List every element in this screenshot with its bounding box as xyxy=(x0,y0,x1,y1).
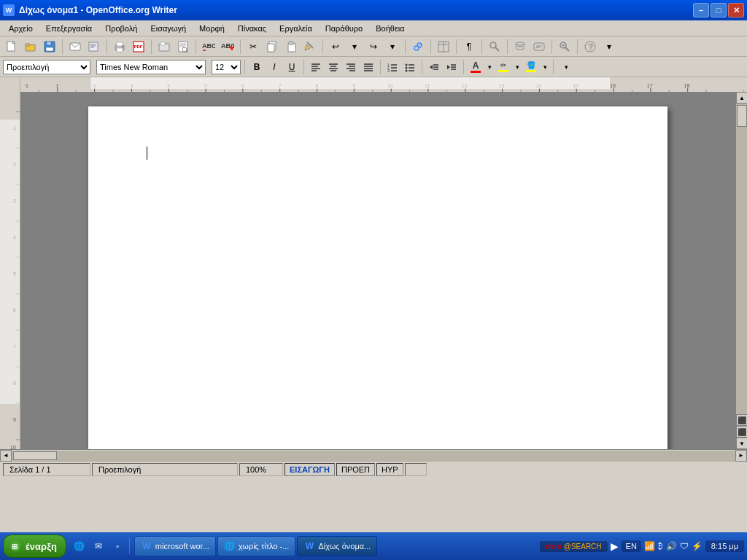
menu-help[interactable]: Βοήθεια xyxy=(370,23,410,34)
new-button[interactable] xyxy=(3,39,20,55)
print-button[interactable] xyxy=(111,39,128,55)
spell-button[interactable]: ABC xyxy=(200,39,217,55)
bluetooth-tray-icon[interactable]: ₿ xyxy=(658,541,663,551)
scroll-page-up-btn[interactable]: ⬛ xyxy=(736,414,747,426)
menu-file[interactable]: Αρχείο xyxy=(3,23,39,34)
document-area[interactable] xyxy=(20,92,735,449)
menu-insert[interactable]: Εισαγωγή xyxy=(144,23,192,34)
font-color-dropdown[interactable]: ▾ xyxy=(485,59,494,75)
copy-button[interactable] xyxy=(263,39,281,55)
start-button[interactable]: ⊞ έναρξη xyxy=(3,534,66,558)
help-button[interactable]: ? xyxy=(581,39,599,55)
status-proep-mode[interactable]: ΠΡΟΕΠ xyxy=(336,463,375,476)
separator-4 xyxy=(196,39,196,54)
taskbar-app-browser[interactable]: 🌐 χωρίς τίτλο -... xyxy=(217,536,296,556)
bg-color-dropdown[interactable]: ▾ xyxy=(541,59,549,75)
window-controls[interactable]: – □ ✕ xyxy=(693,3,744,18)
page-content[interactable] xyxy=(88,106,667,449)
hscroll-thumb[interactable] xyxy=(13,451,57,460)
power-tray-icon[interactable]: ⚡ xyxy=(692,541,703,551)
zoom-button[interactable] xyxy=(556,39,573,55)
font-color-button[interactable]: A xyxy=(468,59,484,75)
fmt-sep-1 xyxy=(244,60,245,74)
arrow-tray-icon[interactable]: ▶ xyxy=(611,540,619,552)
undo-dropdown[interactable]: ▾ xyxy=(346,39,363,55)
hyperlink-button[interactable] xyxy=(409,39,427,55)
formfields-button[interactable] xyxy=(530,39,548,55)
datasources-button[interactable] xyxy=(511,39,529,55)
cut-button[interactable]: ✂ xyxy=(244,39,262,55)
redo-button[interactable]: ↪ xyxy=(365,39,382,55)
highlight-dropdown[interactable]: ▾ xyxy=(513,59,522,75)
pdf-button[interactable]: PDF xyxy=(130,39,147,55)
status-insert-mode[interactable]: ΕΙΣΑΓΩΓΗ xyxy=(285,463,335,476)
style-select[interactable]: Προεπιλογή xyxy=(3,60,90,74)
svg-rect-14 xyxy=(117,42,123,46)
decrease-indent-button[interactable] xyxy=(426,59,442,75)
size-select[interactable]: 12 xyxy=(212,60,241,74)
bold-button[interactable]: B xyxy=(249,59,265,75)
undo-button[interactable]: ↩ xyxy=(327,39,344,55)
taskbar-app-writer[interactable]: W Δίχως όνομα... xyxy=(297,536,377,556)
align-right-button[interactable] xyxy=(343,59,359,75)
toolbar2-options[interactable]: ▾ xyxy=(557,59,575,75)
highlight-button[interactable]: ✏ xyxy=(495,59,511,75)
ordered-list-button[interactable]: 1.2.3. xyxy=(384,59,400,75)
toolbar-options[interactable]: ▾ xyxy=(600,39,618,55)
bg-color-button[interactable]: 🪣 xyxy=(523,59,539,75)
scroll-thumb[interactable] xyxy=(737,105,747,127)
find-button[interactable] xyxy=(486,39,503,55)
fax-button[interactable] xyxy=(155,39,173,55)
underline-button[interactable]: U xyxy=(284,59,300,75)
status-hyp-mode[interactable]: HYP xyxy=(376,463,403,476)
menu-edit[interactable]: Επεξεργασία xyxy=(40,23,98,34)
minimize-button[interactable]: – xyxy=(693,3,709,18)
quick-outlook[interactable]: ✉ xyxy=(90,538,107,554)
menu-window[interactable]: Παράθυρο xyxy=(320,23,368,34)
autocorrect-button[interactable]: ABC xyxy=(219,39,236,55)
scroll-down-arrow[interactable]: ▼ xyxy=(736,438,747,449)
system-clock[interactable]: 8:15 μμ xyxy=(705,540,744,552)
paste-button[interactable] xyxy=(282,39,300,55)
align-center-button[interactable] xyxy=(325,59,341,75)
scroll-page-down-btn[interactable]: ⬛ xyxy=(736,426,747,438)
table-button[interactable] xyxy=(435,39,452,55)
menu-table[interactable]: Πίνακας xyxy=(232,23,272,34)
italic-button[interactable]: I xyxy=(266,59,282,75)
align-left-button[interactable] xyxy=(308,59,324,75)
menu-format[interactable]: Μορφή xyxy=(193,23,231,34)
scroll-up-arrow[interactable]: ▲ xyxy=(736,92,747,104)
email-button[interactable] xyxy=(66,39,84,55)
increase-indent-button[interactable] xyxy=(444,59,460,75)
justify-button[interactable] xyxy=(360,59,376,75)
horizontal-scrollbar[interactable]: ◄ ► xyxy=(0,449,747,461)
nero-search[interactable]: nero @SEARCH xyxy=(540,541,608,552)
open-button[interactable] xyxy=(22,39,39,55)
vertical-scrollbar[interactable]: ▲ ⬛ ⬛ ▼ xyxy=(735,92,747,449)
document-page[interactable] xyxy=(88,106,667,449)
font-select[interactable]: Times New Roman xyxy=(96,60,206,74)
quick-ie[interactable]: 🌐 xyxy=(71,538,88,554)
hscroll-right-arrow[interactable]: ► xyxy=(735,450,747,462)
save-button[interactable] xyxy=(41,39,58,55)
speaker-tray-icon[interactable]: 🔊 xyxy=(666,541,677,551)
nonprinting-button[interactable]: ¶ xyxy=(460,39,478,55)
unordered-list-button[interactable] xyxy=(402,59,418,75)
svg-text:ABC: ABC xyxy=(202,42,215,50)
network-tray-icon[interactable]: 📶 xyxy=(644,541,655,551)
security-tray-icon[interactable]: 🛡 xyxy=(680,541,689,551)
redo-dropdown[interactable]: ▾ xyxy=(384,39,401,55)
clone-button[interactable] xyxy=(301,39,319,55)
maximize-button[interactable]: □ xyxy=(711,3,727,18)
menu-view[interactable]: Προβολή xyxy=(99,23,143,34)
menu-tools[interactable]: Εργαλεία xyxy=(274,23,318,34)
hscroll-left-arrow[interactable]: ◄ xyxy=(0,450,12,462)
language-button[interactable]: EN xyxy=(622,540,641,552)
preview-button[interactable] xyxy=(174,39,192,55)
close-button[interactable]: ✕ xyxy=(728,3,744,18)
svg-line-45 xyxy=(565,47,569,51)
quick-arrow[interactable]: » xyxy=(109,538,126,554)
edit-doc-button[interactable] xyxy=(85,39,103,55)
editing-area: 1 2 3 4 5 6 7 8 9 10 xyxy=(0,92,747,449)
taskbar-app-word[interactable]: W microsoft wor... xyxy=(134,536,216,556)
